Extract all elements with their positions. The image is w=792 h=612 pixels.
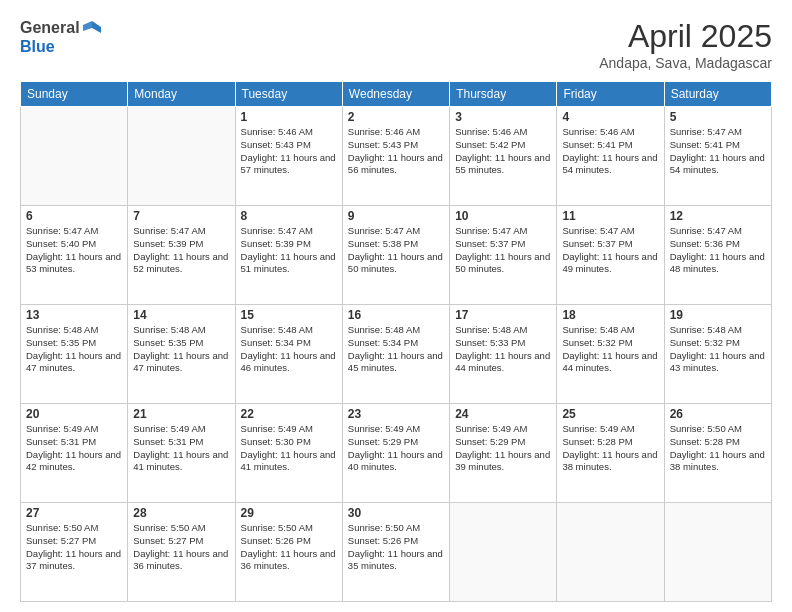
calendar-cell: 17Sunrise: 5:48 AM Sunset: 5:33 PM Dayli… bbox=[450, 305, 557, 404]
day-info: Sunrise: 5:48 AM Sunset: 5:34 PM Dayligh… bbox=[348, 324, 444, 375]
calendar-cell: 28Sunrise: 5:50 AM Sunset: 5:27 PM Dayli… bbox=[128, 503, 235, 602]
calendar-cell: 11Sunrise: 5:47 AM Sunset: 5:37 PM Dayli… bbox=[557, 206, 664, 305]
day-number: 13 bbox=[26, 308, 122, 322]
week-row-2: 6Sunrise: 5:47 AM Sunset: 5:40 PM Daylig… bbox=[21, 206, 772, 305]
calendar-cell: 30Sunrise: 5:50 AM Sunset: 5:26 PM Dayli… bbox=[342, 503, 449, 602]
day-number: 14 bbox=[133, 308, 229, 322]
calendar-cell: 19Sunrise: 5:48 AM Sunset: 5:32 PM Dayli… bbox=[664, 305, 771, 404]
calendar-cell: 24Sunrise: 5:49 AM Sunset: 5:29 PM Dayli… bbox=[450, 404, 557, 503]
day-number: 27 bbox=[26, 506, 122, 520]
day-number: 4 bbox=[562, 110, 658, 124]
calendar-cell: 14Sunrise: 5:48 AM Sunset: 5:35 PM Dayli… bbox=[128, 305, 235, 404]
day-info: Sunrise: 5:47 AM Sunset: 5:37 PM Dayligh… bbox=[562, 225, 658, 276]
day-number: 5 bbox=[670, 110, 766, 124]
weekday-header-tuesday: Tuesday bbox=[235, 82, 342, 107]
calendar-cell: 10Sunrise: 5:47 AM Sunset: 5:37 PM Dayli… bbox=[450, 206, 557, 305]
day-number: 15 bbox=[241, 308, 337, 322]
calendar-cell bbox=[664, 503, 771, 602]
logo-container: General Blue bbox=[20, 18, 101, 56]
calendar-cell: 23Sunrise: 5:49 AM Sunset: 5:29 PM Dayli… bbox=[342, 404, 449, 503]
day-number: 3 bbox=[455, 110, 551, 124]
logo-bird-icon bbox=[83, 19, 101, 37]
calendar-cell: 22Sunrise: 5:49 AM Sunset: 5:30 PM Dayli… bbox=[235, 404, 342, 503]
calendar-cell: 16Sunrise: 5:48 AM Sunset: 5:34 PM Dayli… bbox=[342, 305, 449, 404]
calendar-cell: 21Sunrise: 5:49 AM Sunset: 5:31 PM Dayli… bbox=[128, 404, 235, 503]
day-info: Sunrise: 5:50 AM Sunset: 5:28 PM Dayligh… bbox=[670, 423, 766, 474]
day-info: Sunrise: 5:50 AM Sunset: 5:27 PM Dayligh… bbox=[26, 522, 122, 573]
day-info: Sunrise: 5:48 AM Sunset: 5:32 PM Dayligh… bbox=[562, 324, 658, 375]
calendar-cell: 2Sunrise: 5:46 AM Sunset: 5:43 PM Daylig… bbox=[342, 107, 449, 206]
logo-blue: Blue bbox=[20, 37, 101, 56]
day-number: 11 bbox=[562, 209, 658, 223]
day-info: Sunrise: 5:49 AM Sunset: 5:31 PM Dayligh… bbox=[26, 423, 122, 474]
calendar-cell: 12Sunrise: 5:47 AM Sunset: 5:36 PM Dayli… bbox=[664, 206, 771, 305]
day-info: Sunrise: 5:47 AM Sunset: 5:37 PM Dayligh… bbox=[455, 225, 551, 276]
day-number: 20 bbox=[26, 407, 122, 421]
calendar-cell: 15Sunrise: 5:48 AM Sunset: 5:34 PM Dayli… bbox=[235, 305, 342, 404]
day-info: Sunrise: 5:47 AM Sunset: 5:36 PM Dayligh… bbox=[670, 225, 766, 276]
day-info: Sunrise: 5:47 AM Sunset: 5:40 PM Dayligh… bbox=[26, 225, 122, 276]
calendar-cell: 25Sunrise: 5:49 AM Sunset: 5:28 PM Dayli… bbox=[557, 404, 664, 503]
title-block: April 2025 Andapa, Sava, Madagascar bbox=[599, 18, 772, 71]
day-number: 7 bbox=[133, 209, 229, 223]
weekday-header-wednesday: Wednesday bbox=[342, 82, 449, 107]
calendar-cell: 5Sunrise: 5:47 AM Sunset: 5:41 PM Daylig… bbox=[664, 107, 771, 206]
day-number: 24 bbox=[455, 407, 551, 421]
location-subtitle: Andapa, Sava, Madagascar bbox=[599, 55, 772, 71]
calendar-cell bbox=[21, 107, 128, 206]
day-number: 19 bbox=[670, 308, 766, 322]
week-row-4: 20Sunrise: 5:49 AM Sunset: 5:31 PM Dayli… bbox=[21, 404, 772, 503]
page: General Blue April 2025 Andapa, Sava, Ma… bbox=[0, 0, 792, 612]
day-number: 30 bbox=[348, 506, 444, 520]
day-number: 12 bbox=[670, 209, 766, 223]
weekday-header-monday: Monday bbox=[128, 82, 235, 107]
day-info: Sunrise: 5:47 AM Sunset: 5:41 PM Dayligh… bbox=[670, 126, 766, 177]
weekday-header-row: SundayMondayTuesdayWednesdayThursdayFrid… bbox=[21, 82, 772, 107]
calendar-cell: 20Sunrise: 5:49 AM Sunset: 5:31 PM Dayli… bbox=[21, 404, 128, 503]
calendar-cell: 4Sunrise: 5:46 AM Sunset: 5:41 PM Daylig… bbox=[557, 107, 664, 206]
day-number: 6 bbox=[26, 209, 122, 223]
day-number: 17 bbox=[455, 308, 551, 322]
calendar-cell: 9Sunrise: 5:47 AM Sunset: 5:38 PM Daylig… bbox=[342, 206, 449, 305]
day-number: 9 bbox=[348, 209, 444, 223]
calendar-cell bbox=[557, 503, 664, 602]
day-info: Sunrise: 5:47 AM Sunset: 5:38 PM Dayligh… bbox=[348, 225, 444, 276]
calendar-table: SundayMondayTuesdayWednesdayThursdayFrid… bbox=[20, 81, 772, 602]
day-info: Sunrise: 5:48 AM Sunset: 5:34 PM Dayligh… bbox=[241, 324, 337, 375]
day-info: Sunrise: 5:47 AM Sunset: 5:39 PM Dayligh… bbox=[241, 225, 337, 276]
calendar-cell: 29Sunrise: 5:50 AM Sunset: 5:26 PM Dayli… bbox=[235, 503, 342, 602]
calendar-cell: 18Sunrise: 5:48 AM Sunset: 5:32 PM Dayli… bbox=[557, 305, 664, 404]
month-year-title: April 2025 bbox=[599, 18, 772, 55]
day-info: Sunrise: 5:46 AM Sunset: 5:43 PM Dayligh… bbox=[348, 126, 444, 177]
weekday-header-sunday: Sunday bbox=[21, 82, 128, 107]
day-info: Sunrise: 5:49 AM Sunset: 5:29 PM Dayligh… bbox=[348, 423, 444, 474]
day-info: Sunrise: 5:49 AM Sunset: 5:31 PM Dayligh… bbox=[133, 423, 229, 474]
day-number: 16 bbox=[348, 308, 444, 322]
day-info: Sunrise: 5:49 AM Sunset: 5:28 PM Dayligh… bbox=[562, 423, 658, 474]
day-info: Sunrise: 5:48 AM Sunset: 5:35 PM Dayligh… bbox=[26, 324, 122, 375]
day-number: 23 bbox=[348, 407, 444, 421]
week-row-3: 13Sunrise: 5:48 AM Sunset: 5:35 PM Dayli… bbox=[21, 305, 772, 404]
day-info: Sunrise: 5:46 AM Sunset: 5:41 PM Dayligh… bbox=[562, 126, 658, 177]
day-number: 18 bbox=[562, 308, 658, 322]
svg-marker-1 bbox=[83, 21, 92, 31]
day-info: Sunrise: 5:50 AM Sunset: 5:27 PM Dayligh… bbox=[133, 522, 229, 573]
day-number: 10 bbox=[455, 209, 551, 223]
day-info: Sunrise: 5:48 AM Sunset: 5:35 PM Dayligh… bbox=[133, 324, 229, 375]
logo-general: General bbox=[20, 18, 80, 37]
weekday-header-thursday: Thursday bbox=[450, 82, 557, 107]
day-number: 8 bbox=[241, 209, 337, 223]
calendar-cell: 3Sunrise: 5:46 AM Sunset: 5:42 PM Daylig… bbox=[450, 107, 557, 206]
day-number: 29 bbox=[241, 506, 337, 520]
day-number: 2 bbox=[348, 110, 444, 124]
day-info: Sunrise: 5:50 AM Sunset: 5:26 PM Dayligh… bbox=[241, 522, 337, 573]
day-number: 22 bbox=[241, 407, 337, 421]
calendar-cell: 1Sunrise: 5:46 AM Sunset: 5:43 PM Daylig… bbox=[235, 107, 342, 206]
calendar-cell: 7Sunrise: 5:47 AM Sunset: 5:39 PM Daylig… bbox=[128, 206, 235, 305]
weekday-header-saturday: Saturday bbox=[664, 82, 771, 107]
calendar-cell: 27Sunrise: 5:50 AM Sunset: 5:27 PM Dayli… bbox=[21, 503, 128, 602]
day-number: 1 bbox=[241, 110, 337, 124]
day-info: Sunrise: 5:49 AM Sunset: 5:29 PM Dayligh… bbox=[455, 423, 551, 474]
day-number: 28 bbox=[133, 506, 229, 520]
calendar-cell: 13Sunrise: 5:48 AM Sunset: 5:35 PM Dayli… bbox=[21, 305, 128, 404]
